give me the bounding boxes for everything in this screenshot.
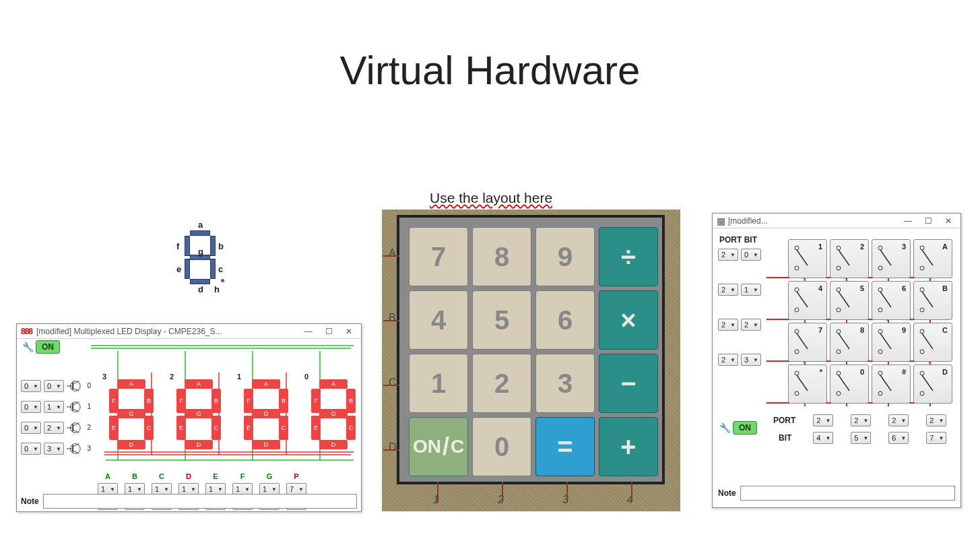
svg-point-39 — [878, 308, 882, 312]
maximize-button[interactable]: ☐ — [321, 327, 337, 336]
keypad-key-1-1[interactable]: 5 — [472, 290, 531, 350]
matrix-key-3-1[interactable]: 0 — [830, 364, 869, 404]
keypad-key-3-3[interactable]: + — [599, 417, 658, 476]
led-icon: 888 — [21, 327, 32, 336]
col-bit-3[interactable]: 7 — [926, 432, 946, 444]
segment-A: A — [185, 379, 213, 389]
keypad-key-0-2[interactable]: 9 — [535, 227, 595, 286]
mx-row-bit-1[interactable]: 1 — [741, 284, 761, 296]
keypad-key-2-3[interactable]: − — [599, 354, 658, 413]
row-index-label: 3 — [84, 445, 91, 452]
svg-point-59 — [837, 371, 841, 375]
svg-point-66 — [920, 391, 924, 395]
matrix-key-2-1[interactable]: 8 — [830, 323, 869, 362]
on-button[interactable]: ON — [733, 421, 757, 435]
keypad-key-1-0[interactable]: 4 — [409, 290, 468, 350]
keypad-key-0-3[interactable]: ÷ — [599, 227, 658, 286]
col-port-2[interactable]: 2 — [888, 414, 909, 426]
minimize-button[interactable]: — — [900, 216, 916, 226]
segment-E: E — [109, 416, 119, 440]
mx-row-bit-2[interactable]: 2 — [741, 319, 761, 331]
segment-D: D — [252, 440, 280, 449]
svg-line-37 — [839, 292, 849, 307]
matrix-key-1-3[interactable]: B — [913, 281, 952, 320]
matrix-key-0-3[interactable]: A — [913, 239, 952, 278]
switch-icon — [917, 284, 944, 315]
col-port-0[interactable]: 2 — [813, 414, 833, 426]
keypad-key-2-0[interactable]: 1 — [409, 354, 468, 413]
matrix-key-3-0[interactable]: * — [788, 364, 827, 404]
legend-b: b — [218, 241, 224, 251]
wrench-icon[interactable]: 🔧 — [719, 422, 731, 433]
keypad-key-0-1[interactable]: 8 — [472, 227, 531, 286]
matrix-key-2-3[interactable]: C — [913, 323, 952, 362]
mx-row-port-0[interactable]: 2 — [718, 249, 738, 261]
switch-icon — [833, 368, 860, 399]
svg-line-67 — [922, 375, 933, 391]
matrix-key-2-2[interactable]: 9 — [872, 323, 911, 362]
matrix-key-0-1[interactable]: 2 — [830, 239, 869, 278]
segment-G: G — [319, 409, 348, 418]
keypad-key-3-1[interactable]: 0 — [472, 417, 531, 476]
svg-point-62 — [878, 371, 882, 375]
legend-a: a — [198, 220, 203, 230]
switch-icon — [791, 243, 818, 274]
col-port-3[interactable]: 2 — [926, 414, 946, 426]
row-bit-3[interactable]: 3 — [44, 443, 64, 455]
switch-icon — [791, 326, 818, 357]
segment-C: C — [346, 416, 356, 440]
matrix-key-label: 0 — [860, 368, 864, 376]
svg-point-51 — [878, 350, 882, 354]
transistor-icon — [67, 441, 81, 456]
svg-point-21 — [795, 266, 799, 270]
row-bit-0[interactable]: 0 — [44, 380, 64, 392]
matrix-key-0-0[interactable]: 1 — [788, 239, 827, 278]
segment-D: D — [117, 440, 145, 449]
switch-icon — [833, 284, 860, 315]
row-bit-1[interactable]: 1 — [44, 401, 64, 413]
mx-row-port-3[interactable]: 2 — [718, 354, 738, 366]
svg-point-54 — [920, 350, 924, 354]
svg-point-50 — [878, 329, 882, 333]
note-input[interactable] — [740, 486, 955, 501]
maximize-button[interactable]: ☐ — [920, 216, 936, 226]
col-bit-0[interactable]: 4 — [813, 432, 833, 444]
keypad-key-1-2[interactable]: 6 — [535, 290, 595, 350]
matrix-key-2-0[interactable]: 7 — [788, 323, 827, 362]
row-bit-2[interactable]: 2 — [44, 422, 64, 434]
svg-point-33 — [795, 308, 799, 312]
svg-point-20 — [795, 246, 799, 250]
keypad-key-0-0[interactable]: 7 — [409, 227, 468, 286]
keypad-key-2-2[interactable]: 3 — [535, 354, 595, 413]
row-port-2[interactable]: 0 — [21, 422, 41, 434]
switch-icon — [917, 368, 944, 399]
matrix-key-3-3[interactable]: D — [913, 364, 952, 404]
col-bit-1[interactable]: 5 — [851, 432, 871, 444]
mx-row-port-1[interactable]: 2 — [718, 284, 738, 296]
matrix-key-1-0[interactable]: 4 — [788, 281, 827, 320]
matrix-key-3-2[interactable]: # — [872, 364, 911, 404]
keypad-key-2-1[interactable]: 2 — [472, 354, 531, 413]
col-bit-2[interactable]: 6 — [888, 432, 909, 444]
mx-row-bit-0[interactable]: 0 — [741, 249, 761, 261]
mx-row-port-2[interactable]: 2 — [718, 319, 738, 331]
svg-line-61 — [839, 375, 849, 391]
matrix-key-1-2[interactable]: 6 — [872, 281, 911, 320]
keypad-key-1-3[interactable]: × — [599, 290, 658, 350]
led-window-title: [modified] Multiplexed LED Display - CMP… — [36, 327, 296, 336]
row-port-1[interactable]: 0 — [21, 401, 41, 413]
close-button[interactable]: ✕ — [940, 216, 956, 226]
row-port-3[interactable]: 0 — [21, 443, 41, 455]
col-port-1[interactable]: 2 — [851, 414, 871, 426]
keypad-key-3-0[interactable]: ON/C — [409, 417, 468, 476]
row-port-0[interactable]: 0 — [21, 380, 41, 392]
matrix-key-1-1[interactable]: 5 — [830, 281, 869, 320]
keypad-key-3-2[interactable]: = — [535, 417, 595, 476]
mx-row-bit-3[interactable]: 3 — [741, 354, 761, 366]
close-button[interactable]: ✕ — [341, 327, 357, 336]
segment-B: B — [346, 389, 356, 413]
svg-line-22 — [797, 250, 808, 265]
note-input[interactable] — [43, 494, 357, 509]
minimize-button[interactable]: — — [300, 327, 317, 336]
matrix-key-0-2[interactable]: 3 — [872, 239, 911, 278]
